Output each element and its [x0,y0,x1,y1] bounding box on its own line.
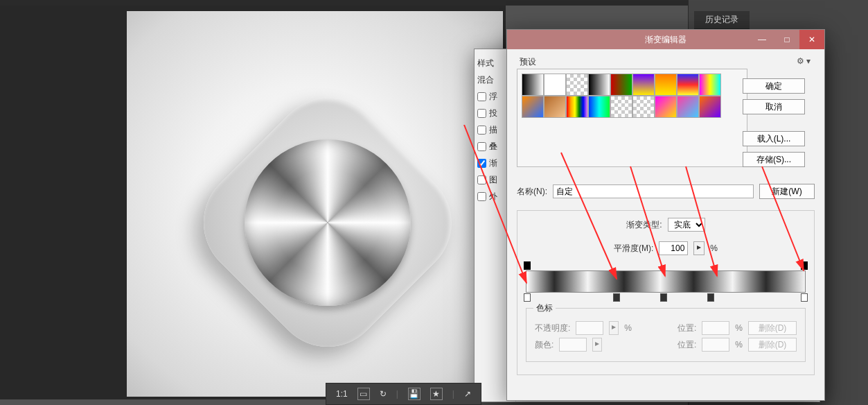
color-label: 颜色: [535,339,553,351]
preset-swatch[interactable] [522,74,544,96]
stops-group: 色标 不透明度: ▸ % 位置: % 删除(D) 颜色: ▸ [526,308,806,362]
dialog-titlebar[interactable]: 渐变编辑器 — □ ✕ [507,30,824,49]
position-input [702,338,729,352]
star-icon[interactable]: ★ [430,388,443,400]
gear-icon[interactable]: ⚙ ▾ [797,56,811,66]
canvas-area [0,6,506,399]
color-swatch-input [559,338,587,352]
svg-line-1 [561,153,617,279]
opacity-label: 不透明度: [535,322,570,334]
save-icon[interactable]: 💾 [408,388,420,400]
play-icon: ▸ [592,338,602,352]
fit-screen-icon[interactable]: ▭ [357,388,370,400]
cancel-button[interactable]: 取消 [743,99,805,114]
rotate-icon[interactable]: ↻ [380,389,387,399]
preset-swatch[interactable] [588,74,610,96]
close-button[interactable]: ✕ [799,30,824,49]
position-label: 位置: [677,322,696,334]
preset-swatch[interactable] [566,74,588,96]
opacity-input [576,321,603,335]
preset-swatch[interactable] [699,96,721,118]
preset-swatch[interactable] [544,96,566,118]
svg-line-0 [464,125,526,283]
preset-swatch[interactable] [544,74,566,96]
history-tab[interactable]: 历史记录 [694,11,750,29]
position-input [702,321,729,335]
maximize-button[interactable]: □ [774,30,799,49]
preset-swatch[interactable] [677,74,699,96]
preset-swatch[interactable] [655,74,677,96]
preset-swatch[interactable] [610,74,632,96]
preset-swatch[interactable] [632,74,655,96]
annotation-arrows [443,125,817,312]
zoom-label[interactable]: 1:1 [336,389,348,399]
metal-dial [245,139,411,306]
preset-swatch[interactable] [566,96,588,118]
minimize-button[interactable]: — [750,30,774,49]
delete-button: 删除(D) [748,338,797,352]
preset-swatch[interactable] [677,96,699,118]
ok-button[interactable]: 确定 [743,78,805,94]
preset-swatch[interactable] [610,96,632,118]
share-icon[interactable]: ↗ [464,389,471,399]
preset-swatch[interactable] [632,96,655,118]
delete-button: 删除(D) [748,321,797,335]
preset-swatch[interactable] [699,74,721,96]
document-toolbar: 1:1 ▭ ↻ | 💾 ★ | ↗ [326,383,481,405]
svg-line-3 [686,166,717,276]
preset-swatch[interactable] [522,96,544,118]
dropdown-icon: ▸ [609,321,619,335]
preset-swatch[interactable] [655,96,677,118]
svg-line-4 [762,166,804,270]
preset-swatch[interactable] [588,96,610,118]
presets-label: 预设 [520,56,536,68]
position-label: 位置: [677,339,696,351]
dialog-title: 渐变编辑器 [645,34,687,46]
svg-line-2 [630,166,665,276]
